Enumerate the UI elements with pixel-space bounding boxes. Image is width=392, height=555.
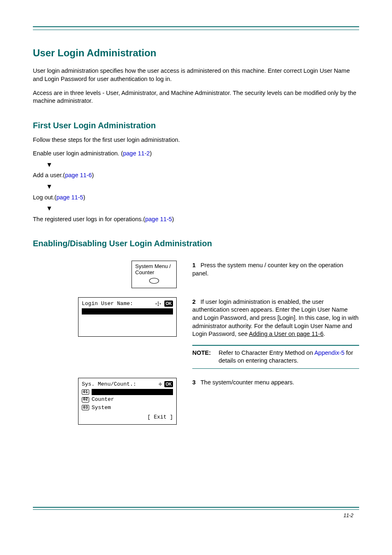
adding-user-link[interactable]: Adding a User on page 11-6 (249, 331, 323, 337)
flow-logout: Log out.(page 11-5) (33, 194, 359, 202)
ok-icon: OK (164, 381, 173, 388)
svg-point-4 (158, 303, 159, 304)
system-menu-key-line1: System Menu / (135, 263, 171, 269)
flow-add-link[interactable]: page 11-6 (65, 172, 92, 178)
note-block: NOTE: Refer to Character Entry Method on… (192, 345, 359, 369)
row-num-3: 03 (82, 405, 89, 410)
lcd-highlight-row (82, 308, 173, 314)
note-label: NOTE: (192, 349, 214, 365)
flow-enable: Enable user login administration. (page … (33, 150, 359, 158)
system-menu-key[interactable]: System Menu / Counter (131, 261, 177, 288)
intro-paragraph-2: Access are in three levels - User, Admin… (33, 89, 359, 105)
lcd-row-1: 01 (82, 389, 173, 395)
flow-add: Add a user.(page 11-6) (33, 171, 359, 180)
lcd-highlight-row (92, 389, 173, 395)
dpad-icon (154, 301, 162, 307)
section-title: User Login Administration (33, 46, 359, 60)
lcd-sysmenu-screen: Sys. Menu/Count.: ✢ OK 01 02 Counter (78, 378, 177, 425)
appendix-link[interactable]: Appendix-5 (314, 349, 344, 356)
first-login-lead: Follow these steps for the first user lo… (33, 136, 359, 144)
flow-registered: The registered user logs in for operatio… (33, 215, 359, 224)
lcd-title: Sys. Menu/Count.: (82, 381, 136, 388)
intro-paragraph-1: User login administration specifies how … (33, 67, 359, 83)
flow-enable-link[interactable]: page 11-2 (123, 150, 150, 157)
system-menu-key-line2: Counter (135, 269, 154, 275)
step3-text: 3The system/counter menu appears. (192, 379, 359, 387)
page-number: 11-2 (33, 512, 359, 519)
flow-registered-link[interactable]: page 11-5 (145, 216, 172, 222)
lcd-row-2: 02 Counter (82, 396, 173, 403)
enable-disable-heading: Enabling/Disabling User Login Administra… (33, 238, 359, 249)
note-text: Refer to Character Entry Method on Appen… (219, 349, 359, 365)
lcd-exit-label: [ Exit ] (82, 414, 173, 421)
svg-point-2 (156, 303, 157, 304)
page-footer: 11-2 (33, 507, 359, 519)
svg-point-1 (158, 305, 159, 305)
step-2: Login User Name: OK (33, 297, 359, 369)
svg-point-0 (158, 301, 159, 302)
lcd-row-3: 03 System (82, 404, 173, 412)
row-num-2: 02 (82, 397, 89, 402)
flow-arrow-icon: ▼ (46, 182, 359, 191)
ok-icon: OK (164, 301, 173, 307)
lcd-title: Login User Name: (82, 300, 133, 308)
oval-button-icon (149, 278, 159, 284)
lcd-login-screen: Login User Name: OK (78, 297, 177, 337)
flow-logout-link[interactable]: page 11-5 (56, 194, 83, 201)
svg-point-3 (160, 303, 161, 304)
row-num-1: 01 (82, 389, 89, 395)
step-1: System Menu / Counter 1Press the system … (33, 261, 359, 288)
flow-arrow-icon: ▼ (46, 160, 359, 169)
step1-text: 1Press the system menu / counter key on … (192, 261, 359, 278)
step-3: Sys. Menu/Count.: ✢ OK 01 02 Counter (33, 378, 359, 425)
step2-text: 2If user login administration is enabled… (192, 298, 359, 338)
nav-arrows-icon: ✢ (159, 382, 162, 387)
flow-arrow-icon: ▼ (46, 204, 359, 213)
first-login-heading: First User Login Administration (33, 120, 359, 131)
